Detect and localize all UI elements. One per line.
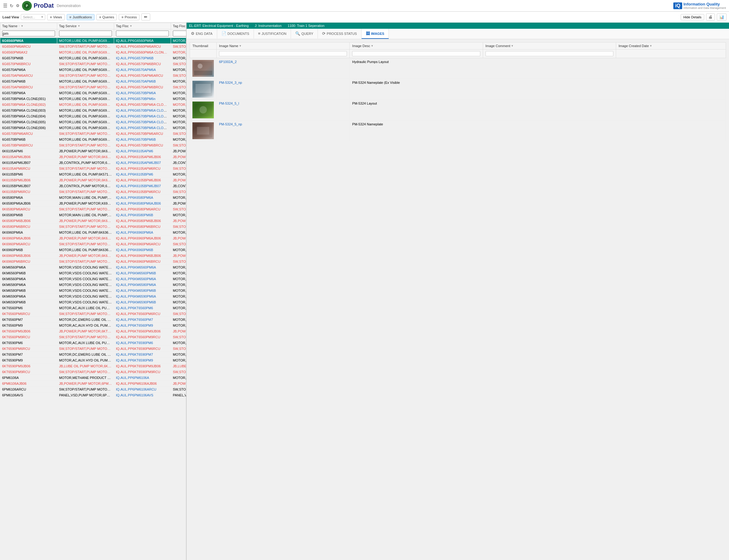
table-row[interactable]: 6K6580PM6A MOTOR,MAIN LUBE OIL PUMP,6K69… [0, 195, 187, 201]
export-button[interactable]: 📊 [717, 13, 727, 20]
table-row[interactable]: 6KM6560PM6B MOTOR,VSDS COOLING WATER PUM… [0, 270, 187, 276]
table-row[interactable]: 6KT6590PM9JB06 JB,LUBE OIL PUMP MOTOR,6K… [0, 363, 187, 369]
col-image-desc[interactable]: Image Desc ▼ [350, 43, 483, 50]
views-button[interactable]: ≡ Views [47, 14, 65, 20]
table-row[interactable]: 6K6580PM6ARCU SW,STOP/START,PUMP MOTOR,6… [0, 206, 187, 212]
col-image-name[interactable]: Image Name ▼ [217, 43, 350, 50]
images-row[interactable]: PM-5324_5_l PM-5324 Layout [190, 100, 726, 121]
tag-service-filter-input[interactable] [59, 31, 112, 36]
table-row[interactable]: 6G6570APM6BRCU SW,STOP/START,PUMP MOTOR,… [0, 84, 187, 90]
table-row[interactable]: 6PM6106ARCU SW,STOP/START,PUMP MOTOR,6PM… [0, 387, 187, 392]
table-row[interactable]: 6K6105APM6JB07 JB,CONTROL,PUMP MOTOR,6K6… [0, 160, 187, 166]
settings-icon[interactable]: ⚙ [16, 3, 20, 8]
table-row[interactable]: 6KM6560PM6A MOTOR,VSDS COOLING WATER PUM… [0, 265, 187, 270]
table-row[interactable]: 6K6105APM6RCU SW,STOP/START,PUMP MOTOR,6… [0, 166, 187, 172]
table-row[interactable]: 6G6570APM6ARCU SW,STOP/START,PUMP MOTOR,… [0, 73, 187, 79]
table-row[interactable]: 6K6105BPM6 MOTOR,LUBE OIL PUMP,6K5719BP6… [0, 172, 187, 177]
table-row[interactable]: 6KM6580PM6A MOTOR,VSDS COOLING WATER PUM… [0, 282, 187, 288]
table-row[interactable]: 6K6105APM6JB06 JB,POWER,PUMP MOTOR,6K671… [0, 154, 187, 160]
tag-floc-desc-filter-input[interactable] [173, 31, 187, 36]
table-row[interactable]: 6KT6560PM9RCU SW,STOP/START,PUMP MOTOR,6… [0, 334, 187, 340]
justifications-button[interactable]: ≡ Justifications [67, 14, 95, 20]
col-tag-name[interactable]: Tag Name ↑ ▼ [0, 23, 57, 29]
refresh-icon[interactable]: ↻ [10, 3, 13, 8]
table-row[interactable]: 6KT6560PM9 MOTOR,AC,AUX HYD OIL PUMP,6KT… [0, 323, 187, 328]
table-row[interactable]: 6KT6590PM7 MOTOR,DC,EMERG LUBE OIL PUMP,… [0, 352, 187, 358]
queries-button[interactable]: ≡ Queries [96, 14, 117, 20]
table-row[interactable]: 6KM6590PM6A MOTOR,VSDS COOLING WATER PUM… [0, 294, 187, 299]
table-row[interactable]: 6G6570BPM6A MOTOR,LUBE OIL PUMP,6G6921P6… [0, 90, 187, 96]
image-name-filter[interactable] [219, 51, 347, 56]
images-row[interactable]: PM-5324_5_np PM-5324 Nameplate [190, 121, 726, 141]
table-row[interactable]: 6G6570BPM6A CLONE(001) MOTOR,LUBE OIL PU… [0, 96, 187, 102]
table-row[interactable]: 6K6105BPM6JB06 JB,POWER,PUMP MOTOR,6K671… [0, 177, 187, 183]
tag-name-filter-input[interactable] [2, 31, 55, 36]
table-row[interactable]: 6G6570BPM6A CLONE(003) MOTOR,LUBE OIL PU… [0, 108, 187, 113]
table-row[interactable]: 6KM6580PM6B MOTOR,VSDS COOLING WATER PUM… [0, 288, 187, 294]
tab-eng-data[interactable]: ⚙ ENG DATA [187, 29, 217, 39]
process-button[interactable]: ≡ Process [119, 14, 139, 20]
image-name-link[interactable]: 6P1002A_2 [219, 60, 237, 64]
table-row[interactable]: 6K6960PM6AJB06 JB,POWER,PUMP MOTOR,6K636… [0, 235, 187, 241]
table-row[interactable]: 6G6570BPM6A CLONE(006) MOTOR,LUBE OIL PU… [0, 125, 187, 131]
table-row[interactable]: 6PM6106A MOTOR,METHANE PRODUCT PUMP,6P67… [0, 375, 187, 381]
table-row[interactable]: 6G6570BPM6A CLONE(004) MOTOR,LUBE OIL PU… [0, 113, 187, 119]
tab-documents[interactable]: 📄 DOCUMENTS [217, 29, 254, 39]
image-name-link[interactable]: PM-5324_3_np [219, 81, 242, 84]
hide-details-button[interactable]: Hide Details [681, 14, 704, 20]
table-row[interactable]: 6PM6106AJB06 JB,POWER,PUMP MOTOR,6PM6716… [0, 381, 187, 387]
table-row[interactable]: 6PM6106AVS PANEL,VSD,PUMP MOTOR,6PM6106A… [0, 392, 187, 398]
table-row[interactable]: 6K6960PM6B MOTOR,LUBE OIL PUMP,6K6361P6B… [0, 247, 187, 253]
edit-button[interactable]: ✏ [141, 13, 150, 20]
images-row[interactable]: PM-5324_3_np PM-5324 Nameplate (Ex Visib… [190, 79, 726, 100]
table-row[interactable]: 6K6105APM6 JB,POWER,PUMP MOTOR,6K6719APM… [0, 148, 187, 154]
hamburger-icon[interactable]: ☰ [3, 3, 7, 9]
tag-floc-filter-input[interactable] [116, 31, 169, 36]
images-row[interactable]: 6P1002A_2 Hydraulic Pumps Layout [190, 58, 726, 79]
tab-query[interactable]: 🔍 QUERY [291, 29, 318, 39]
table-row[interactable]: 6G6570PM6BRCU SW,STOP/START,PUMP MOTOR,6… [0, 61, 187, 67]
table-row[interactable]: 6G6560PM6ARCU SW,STOP/START,PUMP MOTOR,6… [0, 44, 187, 50]
table-row[interactable]: 6G6570BPM6A CLONE(002) MOTOR,LUBE OIL PU… [0, 102, 187, 108]
col-image-comment[interactable]: Image Comment ▼ [483, 43, 616, 50]
tab-images[interactable]: 🖼 IMAGES [362, 29, 389, 39]
table-row[interactable]: 6KT6560PM7 MOTOR,DC,EMERG LUBE OIL PUMP,… [0, 317, 187, 323]
table-row[interactable]: 6K6105BPM6JB07 JB,CONTROL,PUMP MOTOR,6K6… [0, 183, 187, 189]
image-comment-filter[interactable] [485, 51, 613, 56]
table-row[interactable]: 6KT6560PM6RCU SW,STOP/START,PUMP MOTOR,6… [0, 311, 187, 317]
table-row[interactable]: 6G6570APM6A MOTOR,LUBE OIL PUMP,6G6921P6… [0, 67, 187, 73]
tab-justification[interactable]: ≡ JUSTIFICATION [254, 29, 291, 39]
col-image-created-date[interactable]: Image Created Date ▼ [616, 43, 726, 50]
table-row[interactable]: 6KT6560PM9JB06 JB,POWER,PUMP MOTOR,6KT69… [0, 328, 187, 334]
image-name-link[interactable]: PM-5324_5_l [219, 102, 239, 105]
print-button[interactable]: 🖨 [706, 13, 715, 20]
table-row[interactable]: 6K6960PM6BRCU SW,STOP/START,PUMP MOTOR,6… [0, 259, 187, 265]
table-row[interactable]: 6KM6560PM6A MOTOR,VSDS COOLING WATER PUM… [0, 276, 187, 282]
table-row[interactable]: 6KT6590PM9 MOTOR,AC,AUX HYD OIL PUMP,6KT… [0, 358, 187, 363]
col-tag-service[interactable]: Tag Service ▼ [57, 23, 114, 29]
table-row[interactable]: 6KM6590PM6B MOTOR,VSDS COOLING WATER PUM… [0, 299, 187, 305]
image-desc-filter[interactable] [352, 51, 480, 56]
col-tag-floc[interactable]: Tag Floc ▼ [114, 23, 171, 29]
col-tag-floc-desc[interactable]: Tag Floc Desc ▼ [171, 23, 187, 29]
table-row[interactable]: 6K6580PM6AJB06 JB,POWER,PUMP MOTOR,K6901… [0, 201, 187, 206]
table-row[interactable]: 6G6570BPM6A CLONE(005) MOTOR,LUBE OIL PU… [0, 119, 187, 125]
table-row[interactable]: 6KT6590PM6RCU SW,STOP/START,PUMP MOTOR,6… [0, 346, 187, 352]
tab-process-status[interactable]: ⟳ PROCESS STATUS [318, 29, 362, 39]
table-row[interactable]: 6KT6560PM6 MOTOR,AC,AUX LUBE OIL PUMP,6K… [0, 305, 187, 311]
table-row[interactable]: 6KT6590PM6 MOTOR,AC,AUX LUBE OIL PUMP,6K… [0, 340, 187, 346]
table-row[interactable]: 6K6960PM6BJB06 JB,POWER,PUMP MOTOR,6K636… [0, 253, 187, 259]
table-row[interactable]: 6K6960PM6A MOTOR,LUBE OIL PUMP,6K6361PM6… [0, 230, 187, 235]
table-row[interactable]: 6K6105BPM6RCU SW,STOP/START,PUMP MOTOR,6… [0, 189, 187, 195]
load-view-select[interactable]: Select... ▾ [21, 14, 45, 20]
table-row[interactable]: 6G6570BPM6ARCU SW,STOP/START,PUMP MOTOR,… [0, 131, 187, 137]
table-row[interactable]: 6K6580PM6BRCU SW,STOP/START,PUMP MOTOR,6… [0, 224, 187, 230]
table-row[interactable]: 6G6570APM6B MOTOR,LUBE OIL PUMP,6G6921P6… [0, 79, 187, 84]
table-row[interactable]: 6G6560PM6AX2 MOTOR,LUBE OIL PUMP,6G6921P… [0, 50, 187, 55]
table-row[interactable]: 6G6560PM6A MOTOR,LUBE OIL PUMP,6G6961P6A… [0, 38, 187, 44]
table-row[interactable]: 6K6960PM6ARCU SW,STOP/START,PUMP MOTOR,6… [0, 241, 187, 247]
image-name-link[interactable]: PM-5324_5_np [219, 122, 242, 126]
table-row[interactable]: 6K6580PM6B MOTOR,MAIN LUBE OIL PUMP,6K69… [0, 212, 187, 218]
table-row[interactable]: 6G6570BPM6BRCU SW,STOP/START,PUMP MOTOR,… [0, 143, 187, 148]
table-row[interactable]: 6G6570BPM6B MOTOR,LUBE OIL PUMP,6G6921P6… [0, 137, 187, 143]
